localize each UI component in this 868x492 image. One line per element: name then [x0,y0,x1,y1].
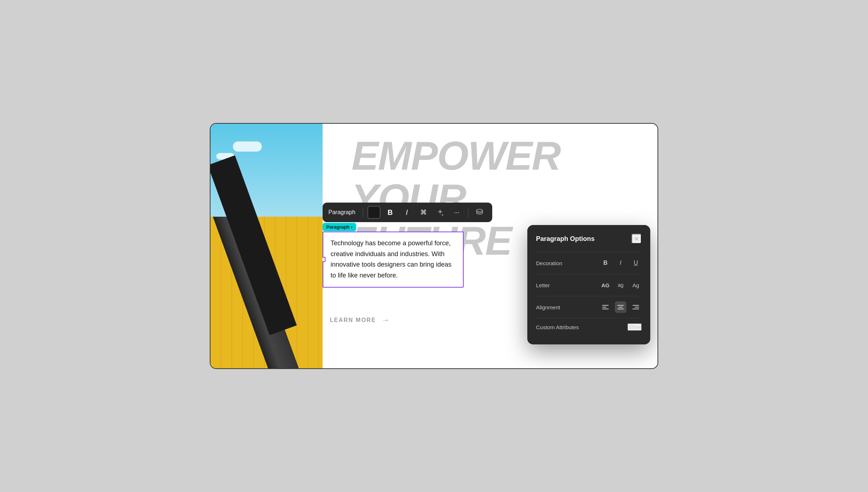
custom-attributes-label: Custom Attributes [536,324,579,330]
ai-button[interactable] [433,205,447,219]
alignment-label: Alignment [536,304,560,310]
canvas-wrapper: EMPOWER YOUR FUTURE Paragraph B I ⌘ ··· [210,123,658,369]
letter-uppercase-button[interactable]: AG [600,279,611,291]
learn-more-arrow-icon: → [382,315,391,325]
decoration-italic-button[interactable]: I [615,257,626,269]
color-picker-button[interactable] [367,206,380,219]
learn-more-label: LEARN MORE [330,317,376,323]
more-options-button[interactable]: ··· [450,205,464,219]
decoration-row: Decoration B I U [536,252,642,274]
database-button[interactable] [473,205,486,219]
custom-attributes-show-button[interactable]: Show [627,323,642,331]
letter-lowercase-button[interactable]: ag [615,279,626,291]
paragraph-tag-label: Paragraph [326,224,349,230]
toolbar-type-label: Paragraph [328,209,358,216]
ai-icon [436,208,444,216]
link-icon: ⌘ [420,208,427,216]
align-right-button[interactable] [630,301,642,313]
learn-more-link[interactable]: LEARN MORE → [330,315,391,325]
letter-row: Letter AG ag Ag [536,274,642,296]
align-left-button[interactable] [600,301,611,313]
alignment-controls [600,301,642,313]
text-block-content: Technology has become a powerful force, … [331,239,451,279]
left-image-panel [210,124,323,368]
letter-label: Letter [536,282,550,288]
italic-button[interactable]: I [400,205,414,219]
letter-controls: AG ag Ag [600,279,642,291]
toolbar-divider-1 [363,207,363,217]
options-panel-header: Paragraph Options × [536,234,642,244]
link-button[interactable]: ⌘ [417,205,430,219]
hero-line1: EMPOWER [352,135,560,177]
decoration-bold-button[interactable]: B [600,257,611,269]
decoration-controls: B I U [600,257,642,269]
paragraph-breadcrumb[interactable]: Paragraph › [323,223,356,231]
cloud-1 [233,141,262,152]
text-block-handle[interactable] [323,257,326,262]
align-center-icon [617,305,624,309]
bold-button[interactable]: B [383,205,397,219]
text-block[interactable]: Technology has become a powerful force, … [323,232,464,288]
toolbar-divider-2 [468,207,468,217]
svg-point-0 [476,209,482,211]
custom-attributes-row: Custom Attributes Show [536,318,642,336]
right-content-panel: EMPOWER YOUR FUTURE Paragraph B I ⌘ ··· [323,124,658,368]
options-panel-close-button[interactable]: × [631,234,642,244]
wall-area [210,217,323,368]
paragraph-options-panel: Paragraph Options × Decoration B I U Let… [527,225,650,344]
align-left-icon [602,305,609,309]
letter-mixed-button[interactable]: Ag [630,279,642,291]
paragraph-tag-chevron: › [351,224,352,230]
options-panel-title: Paragraph Options [536,235,595,243]
database-icon [476,208,484,216]
formatting-toolbar: Paragraph B I ⌘ ··· [323,203,492,222]
cloud-2 [216,153,234,160]
sky-area [210,124,323,221]
align-center-button[interactable] [615,301,626,313]
align-right-icon [633,305,639,309]
decoration-label: Decoration [536,260,562,266]
alignment-row: Alignment [536,296,642,318]
decoration-underline-button[interactable]: U [630,257,642,269]
